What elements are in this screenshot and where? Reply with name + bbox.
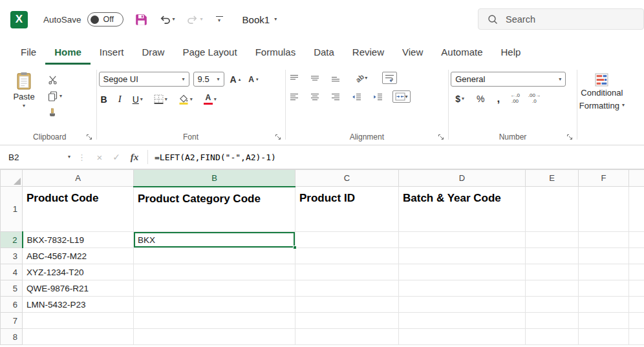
- formula-input[interactable]: =LEFT(A2,FIND("-",A2)-1): [155, 152, 276, 162]
- cell-A6[interactable]: LMN-5432-P23: [23, 297, 134, 313]
- conditional-formatting-button[interactable]: Conditional Formatting ▾: [579, 67, 625, 145]
- underline-button[interactable]: U▾: [131, 94, 145, 105]
- cell-D1[interactable]: Batch & Year Code: [399, 187, 526, 232]
- cell-B2-active[interactable]: BKX: [134, 232, 295, 248]
- cell-A5[interactable]: QWE-9876-R21: [23, 280, 134, 297]
- cell-A2[interactable]: BKX-7832-L19: [23, 232, 134, 248]
- column-header-e[interactable]: E: [526, 170, 579, 187]
- cell-A4[interactable]: XYZ-1234-T20: [23, 264, 134, 280]
- cell-B3[interactable]: [134, 248, 295, 264]
- align-right-button[interactable]: [329, 92, 342, 101]
- tab-insert[interactable]: Insert: [91, 39, 133, 65]
- borders-button[interactable]: ▾: [152, 94, 169, 105]
- cell-F7[interactable]: [579, 313, 629, 329]
- autosave-toggle[interactable]: Off: [87, 12, 123, 26]
- cell-B5[interactable]: [134, 280, 295, 297]
- cell-C8[interactable]: [295, 329, 399, 345]
- cell-D8[interactable]: [399, 329, 526, 345]
- cell[interactable]: [629, 280, 644, 297]
- decrease-decimal-button[interactable]: .00→.0: [528, 93, 541, 105]
- decrease-indent-button[interactable]: [350, 92, 363, 101]
- formula-bar-handle[interactable]: ⋮: [76, 152, 91, 162]
- row-header-1[interactable]: 1: [1, 187, 23, 232]
- column-header-partial[interactable]: [629, 170, 644, 187]
- cell-A7[interactable]: [23, 313, 134, 329]
- increase-decimal-button[interactable]: ←.0.00: [510, 93, 520, 105]
- row-header-6[interactable]: 6: [1, 297, 23, 313]
- cell-C3[interactable]: [295, 248, 399, 264]
- row-header-2[interactable]: 2: [1, 232, 23, 248]
- customize-quick-access-toolbar-icon[interactable]: ▾: [216, 16, 223, 23]
- fill-handle[interactable]: [293, 246, 297, 249]
- accounting-format-button[interactable]: $ ▾: [453, 93, 466, 105]
- cell-B4[interactable]: [134, 264, 295, 280]
- increase-indent-button[interactable]: [371, 92, 385, 101]
- cell-F2[interactable]: [579, 232, 629, 248]
- font-dialog-launcher-icon[interactable]: [275, 134, 281, 140]
- cell-F1[interactable]: [579, 187, 629, 232]
- cell-B8[interactable]: [134, 329, 295, 345]
- orientation-button[interactable]: ab ▾: [354, 74, 370, 83]
- cell-D4[interactable]: [399, 264, 526, 280]
- column-header-d[interactable]: D: [399, 170, 526, 187]
- column-header-c[interactable]: C: [295, 170, 399, 187]
- column-header-f[interactable]: F: [579, 170, 629, 187]
- cell-B7[interactable]: [134, 313, 295, 329]
- merge-center-button[interactable]: ▾: [392, 90, 411, 103]
- wrap-text-button[interactable]: [382, 72, 397, 84]
- paste-button[interactable]: Paste ▾: [5, 67, 43, 132]
- align-bottom-button[interactable]: [329, 74, 342, 83]
- column-header-b[interactable]: B: [134, 170, 295, 187]
- cut-button[interactable]: [48, 74, 62, 85]
- cell-E2[interactable]: [526, 232, 579, 248]
- decrease-font-size-button[interactable]: A▾: [246, 74, 260, 85]
- cell-D2[interactable]: [399, 232, 526, 248]
- cell-B1[interactable]: Product Category Code: [134, 187, 295, 232]
- row-header-8[interactable]: 8: [1, 329, 23, 345]
- cell-D5[interactable]: [399, 280, 526, 297]
- cell-E8[interactable]: [526, 329, 579, 345]
- cell-C4[interactable]: [295, 264, 399, 280]
- row-header-4[interactable]: 4: [1, 264, 23, 280]
- cell[interactable]: [629, 232, 644, 248]
- tab-draw[interactable]: Draw: [133, 39, 173, 65]
- italic-button[interactable]: I: [116, 93, 123, 105]
- tab-review[interactable]: Review: [343, 39, 393, 65]
- tab-formulas[interactable]: Formulas: [246, 39, 305, 65]
- cell-F6[interactable]: [579, 297, 629, 313]
- cell-C6[interactable]: [295, 297, 399, 313]
- cell[interactable]: [629, 297, 644, 313]
- undo-button[interactable]: ▾: [159, 15, 175, 25]
- select-all-corner[interactable]: [1, 170, 23, 187]
- enter-icon[interactable]: ✓: [108, 152, 125, 162]
- tab-page-layout[interactable]: Page Layout: [173, 39, 246, 65]
- cell-C5[interactable]: [295, 280, 399, 297]
- cell-D7[interactable]: [399, 313, 526, 329]
- tab-file[interactable]: File: [12, 39, 45, 65]
- cell[interactable]: [629, 264, 644, 280]
- workbook-name-menu[interactable]: Book1 ▾: [242, 14, 277, 25]
- chevron-down-icon[interactable]: ▾: [173, 17, 175, 22]
- cell-A1[interactable]: Product Code: [23, 187, 134, 232]
- font-color-button[interactable]: A ▾: [202, 93, 219, 105]
- cell-C1[interactable]: Product ID: [295, 187, 399, 232]
- copy-button[interactable]: ▾: [48, 90, 62, 102]
- cell-E1[interactable]: [526, 187, 579, 232]
- cell-A3[interactable]: ABC-4567-M22: [23, 248, 134, 264]
- cell-A8[interactable]: [23, 329, 134, 345]
- excel-logo-icon[interactable]: X: [10, 11, 28, 28]
- cell-E7[interactable]: [526, 313, 579, 329]
- percent-style-button[interactable]: %: [475, 93, 486, 105]
- tab-automate[interactable]: Automate: [432, 39, 491, 65]
- format-painter-button[interactable]: [48, 107, 62, 119]
- alignment-dialog-launcher-icon[interactable]: [438, 134, 444, 140]
- save-button[interactable]: [135, 14, 147, 26]
- autosave-control[interactable]: AutoSave Off: [43, 12, 123, 26]
- cell[interactable]: [629, 313, 644, 329]
- fill-color-button[interactable]: ▾: [177, 94, 195, 105]
- align-middle-button[interactable]: [308, 74, 321, 83]
- cell-E4[interactable]: [526, 264, 579, 280]
- cell-B6[interactable]: [134, 297, 295, 313]
- font-name-select[interactable]: Segoe UI ▾: [99, 72, 189, 87]
- cell-F5[interactable]: [579, 280, 629, 297]
